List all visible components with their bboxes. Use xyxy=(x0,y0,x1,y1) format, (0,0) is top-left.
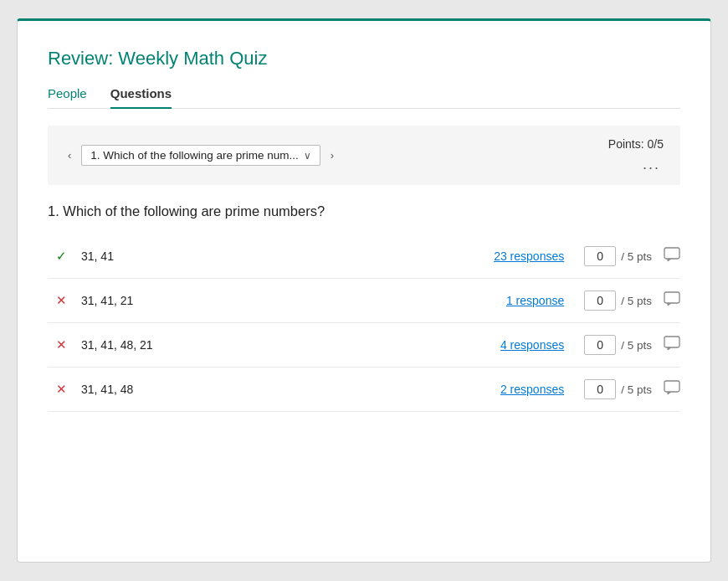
svg-rect-1 xyxy=(664,292,679,303)
responses-link[interactable]: 23 responses xyxy=(480,249,564,263)
answers-list: ✓31, 4123 responses/ 5 pts✕31, 41, 211 r… xyxy=(48,234,680,412)
question-title: 1. Which of the following are prime numb… xyxy=(48,203,680,219)
comment-icon[interactable] xyxy=(664,380,680,399)
more-options-button[interactable]: ... xyxy=(643,156,664,173)
responses-link[interactable]: 1 response xyxy=(480,294,564,307)
answer-text: 31, 41, 48, 21 xyxy=(81,338,480,352)
points-input[interactable] xyxy=(584,335,616,355)
question-nav-left: ‹ 1. Which of the following are prime nu… xyxy=(64,145,337,166)
question-nav-bar: ‹ 1. Which of the following are prime nu… xyxy=(48,126,680,185)
incorrect-icon: ✕ xyxy=(56,337,74,352)
chevron-down-icon: ∨ xyxy=(304,150,311,162)
points-max-label: / 5 pts xyxy=(621,295,652,307)
next-arrow[interactable]: › xyxy=(327,147,337,163)
answer-text: 31, 41, 48 xyxy=(81,383,480,396)
answer-text: 31, 41 xyxy=(81,249,480,263)
points-input-group: / 5 pts xyxy=(584,379,652,399)
points-max-label: / 5 pts xyxy=(621,339,652,352)
tab-questions[interactable]: Questions xyxy=(110,86,172,109)
points-input[interactable] xyxy=(584,290,616,311)
points-input-group: / 5 pts xyxy=(584,246,652,266)
main-card: Review: Weekly Math Quiz People Question… xyxy=(17,18,711,563)
points-max-label: / 5 pts xyxy=(621,250,652,263)
incorrect-icon: ✕ xyxy=(56,293,74,308)
correct-icon: ✓ xyxy=(56,249,74,264)
answer-text: 31, 41, 21 xyxy=(81,294,480,307)
svg-rect-0 xyxy=(664,248,679,259)
comment-icon[interactable] xyxy=(664,247,680,266)
prev-arrow[interactable]: ‹ xyxy=(64,147,74,163)
svg-rect-3 xyxy=(664,381,679,392)
question-selector[interactable]: 1. Which of the following are prime num.… xyxy=(81,145,320,166)
points-input-group: / 5 pts xyxy=(584,290,652,311)
points-label: Points: 0/5 xyxy=(608,137,664,151)
incorrect-icon: ✕ xyxy=(56,382,74,397)
points-input-group: / 5 pts xyxy=(584,335,652,355)
svg-rect-2 xyxy=(664,337,679,347)
comment-icon[interactable] xyxy=(664,336,680,355)
nav-bar-right: Points: 0/5 ... xyxy=(608,137,664,173)
points-max-label: / 5 pts xyxy=(621,383,652,396)
question-selector-text: 1. Which of the following are prime num.… xyxy=(90,149,298,162)
answer-row: ✕31, 41, 211 response/ 5 pts xyxy=(48,279,680,323)
comment-icon[interactable] xyxy=(664,291,680,311)
answer-row: ✓31, 4123 responses/ 5 pts xyxy=(48,234,680,279)
answer-row: ✕31, 41, 482 responses/ 5 pts xyxy=(48,368,680,412)
points-input[interactable] xyxy=(584,246,616,266)
points-input[interactable] xyxy=(584,379,616,399)
responses-link[interactable]: 4 responses xyxy=(480,338,564,352)
tab-people[interactable]: People xyxy=(48,86,87,108)
tab-bar: People Questions xyxy=(48,86,680,109)
answer-row: ✕31, 41, 48, 214 responses/ 5 pts xyxy=(48,323,680,368)
page-title: Review: Weekly Math Quiz xyxy=(48,48,680,69)
responses-link[interactable]: 2 responses xyxy=(480,383,564,396)
